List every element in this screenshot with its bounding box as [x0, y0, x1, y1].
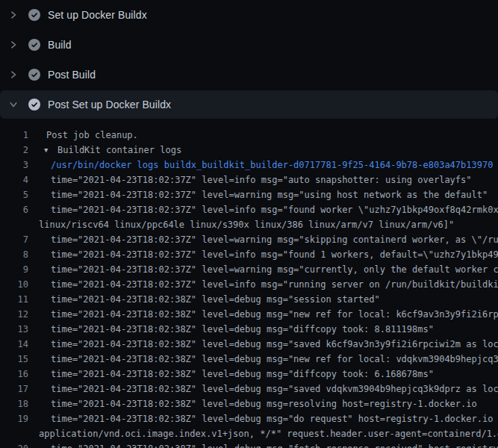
line-number[interactable]: 14 — [0, 337, 28, 352]
step-label: Post Build — [48, 69, 96, 81]
chevron-right-icon[interactable] — [9, 10, 18, 19]
log-text: time="2021-04-23T18:02:37Z" level=warnin… — [51, 232, 498, 247]
log-line: 20time="2021-04-23T18:02:38Z" level=debu… — [0, 441, 498, 448]
log-line: 2▼BuildKit container logs — [0, 143, 498, 158]
log-line: 15time="2021-04-23T18:02:38Z" level=debu… — [0, 352, 498, 367]
log-line-continuation: linux/riscv64 linux/ppc64le linux/s390x … — [0, 217, 498, 232]
check-circle-icon — [28, 99, 40, 111]
line-number[interactable]: 3 — [0, 158, 28, 172]
log-text: time="2021-04-23T18:02:38Z" level=debug … — [51, 396, 477, 411]
line-number[interactable]: 2 — [0, 143, 28, 158]
log-line: 11time="2021-04-23T18:02:38Z" level=debu… — [0, 292, 498, 307]
line-number[interactable]: 8 — [0, 247, 28, 262]
log-line: 17time="2021-04-23T18:02:38Z" level=debu… — [0, 382, 498, 396]
log-line: 3/usr/bin/docker logs buildx_buildkit_bu… — [0, 158, 498, 172]
chevron-right-icon[interactable] — [9, 40, 18, 49]
step-label: Build — [48, 39, 72, 51]
log-line: 8time="2021-04-23T18:02:37Z" level=info … — [0, 247, 498, 262]
line-number[interactable]: 20 — [0, 441, 28, 448]
log-text: linux/riscv64 linux/ppc64le linux/s390x … — [39, 217, 454, 232]
line-number[interactable]: 12 — [0, 307, 28, 322]
log-line: 14time="2021-04-23T18:02:38Z" level=debu… — [0, 337, 498, 352]
chevron-right-icon[interactable] — [9, 70, 18, 79]
log-text: time="2021-04-23T18:02:37Z" level=info m… — [51, 172, 472, 187]
log-text: time="2021-04-23T18:02:37Z" level=info m… — [51, 247, 498, 262]
log-text: time="2021-04-23T18:02:37Z" level=info m… — [51, 277, 498, 292]
log-text: time="2021-04-23T18:02:38Z" level=debug … — [51, 322, 434, 337]
log-group-toggle[interactable]: ▼BuildKit container logs — [44, 143, 181, 158]
log-line: 1Post job cleanup. — [0, 128, 498, 143]
check-circle-icon — [28, 69, 40, 81]
log-line: 19time="2021-04-23T18:02:38Z" level=debu… — [0, 411, 498, 426]
log-text: application/vnd.oci.image.index.v1+json,… — [39, 426, 498, 441]
line-number[interactable]: 5 — [0, 187, 28, 202]
log-group-label: BuildKit container logs — [57, 145, 181, 155]
line-number[interactable]: 4 — [0, 172, 28, 187]
line-number[interactable]: 13 — [0, 322, 28, 337]
log-line: 10time="2021-04-23T18:02:37Z" level=info… — [0, 277, 498, 292]
step-label: Post Set up Docker Buildx — [48, 99, 171, 111]
steps-list: Set up Docker BuildxBuildPost BuildPost … — [0, 0, 498, 119]
step-label: Set up Docker Buildx — [48, 9, 147, 21]
line-number[interactable]: 11 — [0, 292, 28, 307]
step-header-build[interactable]: Build — [0, 30, 498, 60]
step-header-set-up-docker-buildx[interactable]: Set up Docker Buildx — [0, 0, 498, 30]
log-text: time="2021-04-23T18:02:38Z" level=debug … — [51, 307, 498, 322]
log-line: 6time="2021-04-23T18:02:37Z" level=info … — [0, 202, 498, 217]
log-text: time="2021-04-23T18:02:38Z" level=debug … — [51, 411, 498, 426]
line-number[interactable]: 19 — [0, 411, 28, 426]
log-viewer: 1Post job cleanup.2▼BuildKit container l… — [0, 119, 498, 448]
log-text: time="2021-04-23T18:02:37Z" level=info m… — [51, 202, 498, 217]
log-text: time="2021-04-23T18:02:38Z" level=debug … — [51, 382, 498, 396]
log-text: time="2021-04-23T18:02:37Z" level=warnin… — [51, 262, 498, 277]
log-text: time="2021-04-23T18:02:38Z" level=debug … — [51, 367, 434, 382]
log-text: Post job cleanup. — [46, 128, 138, 143]
log-line: 5time="2021-04-23T18:02:37Z" level=warni… — [0, 187, 498, 202]
line-number[interactable]: 15 — [0, 352, 28, 367]
log-line: 18time="2021-04-23T18:02:38Z" level=debu… — [0, 396, 498, 411]
log-text: time="2021-04-23T18:02:38Z" level=debug … — [51, 292, 380, 307]
log-line: 4time="2021-04-23T18:02:37Z" level=info … — [0, 172, 498, 187]
line-number — [0, 217, 28, 232]
chevron-down-icon[interactable] — [9, 100, 18, 109]
log-text: time="2021-04-23T18:02:37Z" level=warnin… — [51, 187, 488, 202]
log-text: time="2021-04-23T18:02:38Z" level=debug … — [51, 352, 498, 367]
log-line: 9time="2021-04-23T18:02:37Z" level=warni… — [0, 262, 498, 277]
log-text: time="2021-04-23T18:02:38Z" level=debug … — [51, 441, 498, 448]
line-number[interactable]: 17 — [0, 382, 28, 396]
group-collapse-triangle-icon[interactable]: ▼ — [44, 143, 52, 158]
line-number[interactable]: 7 — [0, 232, 28, 247]
step-header-post-set-up-docker-buildx[interactable]: Post Set up Docker Buildx — [0, 90, 498, 119]
line-number[interactable]: 1 — [0, 128, 28, 143]
log-line-continuation: application/vnd.oci.image.index.v1+json,… — [0, 426, 498, 441]
step-header-post-build[interactable]: Post Build — [0, 60, 498, 90]
line-number[interactable]: 18 — [0, 396, 28, 411]
line-number[interactable]: 6 — [0, 202, 28, 217]
line-number[interactable]: 10 — [0, 277, 28, 292]
log-line: 13time="2021-04-23T18:02:38Z" level=debu… — [0, 322, 498, 337]
line-number[interactable]: 9 — [0, 262, 28, 277]
log-line: 16time="2021-04-23T18:02:38Z" level=debu… — [0, 367, 498, 382]
check-circle-icon — [28, 9, 40, 21]
log-line: 12time="2021-04-23T18:02:38Z" level=debu… — [0, 307, 498, 322]
log-line: 7time="2021-04-23T18:02:37Z" level=warni… — [0, 232, 498, 247]
log-command-text: /usr/bin/docker logs buildx_buildkit_bui… — [51, 158, 493, 172]
check-circle-icon — [28, 39, 40, 51]
line-number — [0, 426, 28, 441]
log-text: time="2021-04-23T18:02:38Z" level=debug … — [51, 337, 498, 352]
line-number[interactable]: 16 — [0, 367, 28, 382]
